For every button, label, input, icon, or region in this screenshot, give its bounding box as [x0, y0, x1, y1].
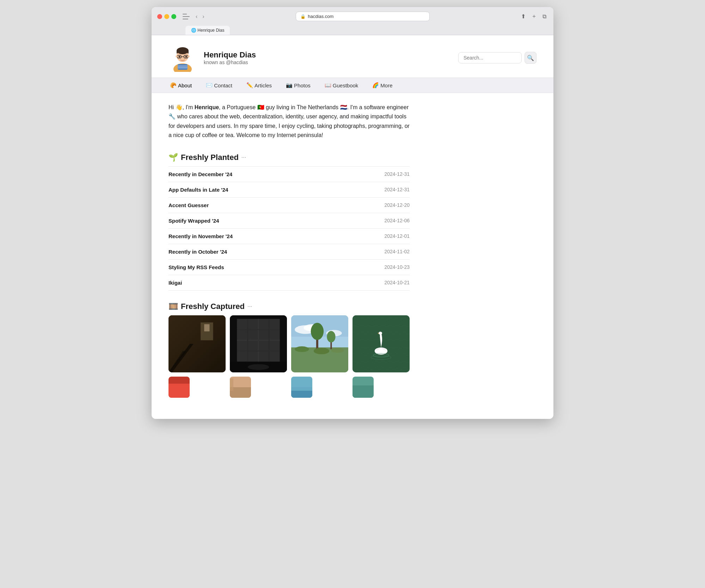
captured-emoji: 🎞️: [168, 302, 178, 311]
bio-who: who: [177, 113, 187, 119]
forward-button[interactable]: ›: [201, 13, 206, 20]
browser-tab[interactable]: 🌐 Henrique Dias: [185, 26, 230, 35]
nav-guestbook[interactable]: 📖 Guestbook: [318, 78, 366, 93]
nav-about[interactable]: 🥐 About: [163, 78, 199, 93]
svg-rect-7: [188, 51, 189, 54]
nav-photos[interactable]: 📷 Photos: [279, 78, 318, 93]
article-title: Recently in November '24: [168, 233, 233, 239]
about-emoji: 🥐: [170, 82, 177, 88]
photo-item[interactable]: [352, 315, 410, 372]
photo-item[interactable]: [168, 377, 190, 398]
photos-emoji: 📷: [286, 82, 293, 88]
nav-articles[interactable]: ✏️ Articles: [239, 78, 279, 93]
search-icon: 🔍: [527, 55, 534, 61]
address-bar[interactable]: 🔒 hacdias.com: [296, 12, 430, 21]
photo-item[interactable]: [168, 315, 226, 372]
article-date: 2024-11-02: [384, 249, 410, 254]
svg-rect-6: [177, 51, 178, 54]
share-button[interactable]: ⬆: [520, 12, 527, 21]
article-date: 2024-12-01: [384, 233, 410, 239]
avatar: [168, 44, 197, 72]
bio-name: Henrique: [195, 104, 219, 110]
article-title: Styling My RSS Feeds: [168, 264, 224, 270]
close-button[interactable]: [157, 14, 162, 19]
article-date: 2024-10-23: [384, 264, 410, 270]
planted-emoji: 🌱: [168, 153, 178, 162]
traffic-lights: [157, 14, 176, 19]
nav-contact-label: Contact: [214, 82, 232, 88]
contact-emoji: ✉️: [206, 82, 213, 88]
site-header: Henrique Dias known as @hacdias 🔍: [152, 35, 553, 72]
nav-more-label: More: [380, 82, 392, 88]
tab-title: Henrique Dias: [197, 28, 224, 33]
photo-item[interactable]: [291, 315, 348, 372]
article-title: App Defaults in Late '24: [168, 187, 228, 193]
svg-point-42: [331, 348, 344, 353]
articles-emoji: ✏️: [246, 82, 253, 88]
tabs-button[interactable]: ⧉: [541, 12, 548, 21]
table-row[interactable]: Styling My RSS Feeds 2024-10-23: [168, 260, 410, 275]
photo-item[interactable]: [291, 377, 312, 398]
planted-title-text: Freshly Planted: [181, 153, 239, 162]
nav-articles-label: Articles: [255, 82, 272, 88]
maximize-button[interactable]: [171, 14, 176, 19]
svg-point-5: [177, 47, 189, 54]
table-row[interactable]: Spotify Wrapped '24 2024-12-06: [168, 213, 410, 229]
svg-rect-60: [352, 385, 374, 398]
svg-point-11: [179, 56, 180, 58]
svg-rect-55: [230, 378, 233, 391]
photo-item[interactable]: [230, 377, 251, 398]
new-tab-button[interactable]: ＋: [530, 11, 538, 21]
nav-photos-label: Photos: [294, 82, 311, 88]
article-title: Recently in October '24: [168, 249, 227, 255]
article-title: Spotify Wrapped '24: [168, 218, 219, 224]
sidebar-toggle[interactable]: [183, 14, 190, 19]
tab-icon: 🌐: [191, 28, 196, 33]
table-row[interactable]: App Defaults in Late '24 2024-12-31: [168, 182, 410, 198]
freshly-captured-title: 🎞️ Freshly Captured ···: [168, 302, 410, 311]
nav-arrows: ‹ ›: [194, 13, 206, 20]
svg-point-14: [188, 55, 190, 57]
svg-point-12: [185, 56, 187, 58]
profile-section: Henrique Dias known as @hacdias: [168, 44, 256, 72]
captured-title-text: Freshly Captured: [181, 302, 245, 311]
article-date: 2024-12-20: [384, 202, 410, 208]
search-input[interactable]: [458, 52, 522, 63]
minimize-button[interactable]: [164, 14, 169, 19]
freshly-captured-section: 🎞️ Freshly Captured ···: [168, 302, 410, 398]
freshly-planted-section: 🌱 Freshly Planted ··· Recently in Decemb…: [168, 153, 410, 291]
back-button[interactable]: ‹: [194, 13, 199, 20]
bio-text: Hi 👋, I'm Henrique, a Portuguese 🇵🇹 guy …: [168, 103, 410, 140]
svg-point-40: [327, 331, 335, 342]
table-row[interactable]: Recently in November '24 2024-12-01: [168, 229, 410, 244]
article-date: 2024-10-21: [384, 280, 410, 285]
svg-point-47: [379, 332, 382, 334]
table-row[interactable]: Accent Guesser 2024-12-20: [168, 198, 410, 213]
table-row[interactable]: Ikigai 2024-10-21: [168, 275, 410, 291]
svg-rect-1: [178, 64, 188, 70]
photo-item[interactable]: [352, 377, 374, 398]
nav-more[interactable]: 🌈 More: [365, 78, 399, 93]
url-text: hacdias.com: [308, 14, 333, 19]
planted-more-link[interactable]: ···: [241, 154, 246, 161]
svg-rect-2: [178, 66, 188, 67]
svg-rect-3: [178, 67, 188, 68]
profile-info: Henrique Dias known as @hacdias: [204, 50, 256, 65]
table-row[interactable]: Recently in December '24 2024-12-31: [168, 167, 410, 182]
browser-window: ‹ › 🔒 hacdias.com ⬆ ＋ ⧉ 🌐 Henrique Dia: [152, 7, 553, 419]
article-title: Recently in December '24: [168, 171, 232, 177]
profile-handle: known as @hacdias: [204, 60, 256, 65]
browser-chrome: ‹ › 🔒 hacdias.com ⬆ ＋ ⧉ 🌐 Henrique Dia: [152, 7, 553, 35]
captured-more-link[interactable]: ···: [247, 303, 252, 310]
article-date: 2024-12-06: [384, 218, 410, 223]
article-date: 2024-12-31: [384, 187, 410, 192]
nav-contact[interactable]: ✉️ Contact: [199, 78, 239, 93]
svg-rect-51: [168, 384, 190, 398]
article-title: Ikigai: [168, 280, 182, 286]
guestbook-emoji: 📖: [325, 82, 331, 88]
table-row[interactable]: Recently in October '24 2024-11-02: [168, 244, 410, 260]
photo-item[interactable]: [230, 315, 287, 372]
search-button[interactable]: 🔍: [525, 52, 537, 64]
more-emoji: 🌈: [372, 82, 379, 88]
page-content: Henrique Dias known as @hacdias 🔍 🥐 Abou…: [152, 35, 553, 419]
